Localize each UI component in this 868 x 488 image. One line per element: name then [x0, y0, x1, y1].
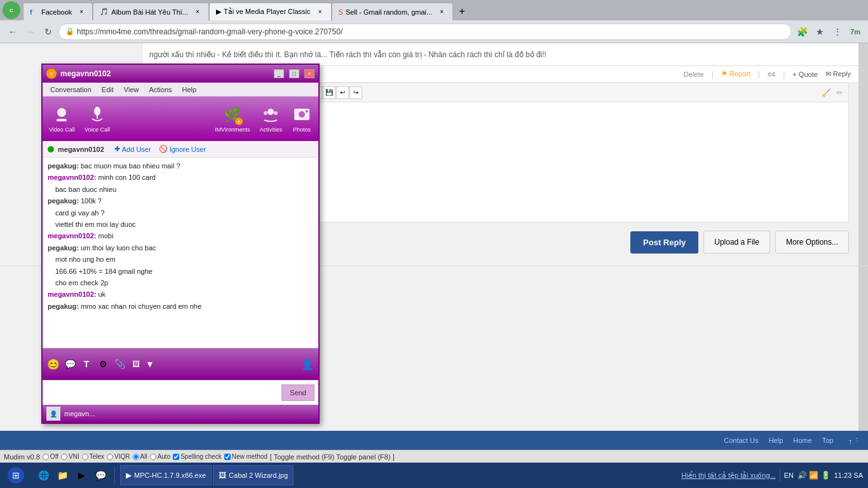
quote-content: người xấu thì nhiều - Kẻ biết điều thì í… [149, 50, 546, 59]
ime-vni-option[interactable]: VNI [61, 453, 79, 460]
post-delete-btn[interactable]: Delete [684, 71, 704, 78]
chat-messages-area[interactable]: pegakug: bac muon mua bao nhieu mail ? m… [43, 158, 318, 348]
chat-maximize-btn[interactable]: □ [289, 69, 299, 78]
clock[interactable]: 11:23 SA [834, 471, 863, 479]
chat-window: Y megavnn0102 _ □ × Conversation Edit Vi… [41, 64, 320, 424]
chat-user-info-icon[interactable]: 👤 [301, 357, 315, 371]
tab-facebook[interactable]: f Facebook × [23, 3, 93, 20]
taskbar-ie-icon[interactable]: 🌐 [34, 466, 52, 484]
tab-facebook-close[interactable]: × [77, 8, 86, 17]
svg-point-0 [57, 108, 66, 117]
photos-label: Photos [293, 126, 311, 133]
address-bar[interactable]: 🔒 https://mmo4me.com/threads/gmail-rando… [58, 24, 792, 40]
chat-menu-edit[interactable]: Edit [97, 85, 119, 95]
chat-menu-help[interactable]: Help [177, 85, 202, 95]
reply-btn[interactable]: ✉ Reply [825, 70, 851, 78]
nav-bar: ← → ↻ 🔒 https://mmo4me.com/threads/gmail… [0, 20, 868, 43]
activities-button[interactable]: Activities [259, 105, 282, 133]
chat-menu-conversation[interactable]: Conversation [45, 85, 97, 95]
chat-nudge-icon[interactable]: 💬 [63, 357, 77, 371]
chat-titlebar: Y megavnn0102 _ □ × [43, 65, 318, 83]
footer-home-link[interactable]: Home [793, 437, 811, 444]
coccoc-badge[interactable]: 7m [848, 28, 863, 36]
svg-text:⊞: ⊞ [12, 470, 20, 480]
chat-menu-bar: Conversation Edit View Actions Help [43, 83, 318, 97]
tab-sell[interactable]: S Sell - Gmail random, gmai... × [332, 3, 454, 20]
chat-menu-view[interactable]: View [119, 85, 144, 95]
chat-attach-icon[interactable]: 📎 [112, 357, 126, 371]
tab-media-player[interactable]: ▶ Tải ve Media Player Classic × [209, 3, 332, 20]
taskbar-explorer-icon[interactable]: 📁 [53, 466, 71, 484]
ime-telex-option[interactable]: Telex [82, 453, 104, 460]
ime-label: Mudim v0.8 [4, 453, 40, 461]
page-scrollbar[interactable] [858, 43, 868, 450]
tab-album-close[interactable]: × [193, 8, 202, 17]
ime-newmethod-checkbox[interactable]: New method [224, 453, 268, 460]
taskbar-items: ▶ MPC-HC.1.7.9.x86.exe 🖼 Cabal 2 Wizard.… [118, 465, 676, 485]
show-downloads-link[interactable]: Hiển thị tất cả tệp tải xuống... [681, 471, 775, 480]
ime-spelling-checkbox[interactable]: Spelling check [173, 453, 221, 460]
ime-auto-option[interactable]: Auto [150, 453, 171, 460]
toolbar-redo-btn[interactable]: ↪ [349, 86, 362, 99]
tab-album[interactable]: 🎵 Album Bài Hát Yêu Thí... × [93, 3, 209, 20]
chat-menu-actions[interactable]: Actions [144, 85, 177, 95]
video-call-button[interactable]: Video Call [49, 105, 75, 133]
chat-close-btn[interactable]: × [304, 69, 315, 78]
extensions-icon[interactable]: 🧩 [794, 24, 810, 39]
tab-media-close[interactable]: × [316, 8, 325, 17]
photos-button[interactable]: Photos [292, 105, 312, 133]
start-button[interactable]: ⊞ [0, 463, 32, 488]
toolbar-save-btn[interactable]: 💾 [323, 86, 336, 99]
taskbar-messenger-icon[interactable]: 💬 [92, 466, 109, 484]
system-tray[interactable]: 🔊 📶 🔋 [797, 471, 831, 480]
chat-message-11: megavnn0102: uk [48, 290, 313, 299]
language-indicator[interactable]: EN [784, 471, 794, 479]
voice-call-button[interactable]: Voice Call [85, 105, 110, 133]
ignore-user-button[interactable]: 🚫 Ignore User [159, 145, 206, 153]
bookmark-icon[interactable]: ★ [812, 24, 827, 39]
imvironments-button[interactable]: 🌿 + IMVironments [215, 105, 250, 133]
toolbar-clear-btn[interactable]: 🧹 [820, 86, 832, 99]
forward-button[interactable]: → [23, 24, 38, 39]
toolbar-undo-btn[interactable]: ↩ [336, 86, 349, 99]
report-btn[interactable]: ⚑ Report [721, 70, 750, 78]
quote-btn[interactable]: + Quote [792, 71, 817, 78]
taskbar-item-mpc[interactable]: ▶ MPC-HC.1.7.9.x86.exe [120, 465, 212, 485]
tab-sell-close[interactable]: × [437, 8, 446, 17]
taskbar-cabal-icon: 🖼 [219, 471, 226, 480]
chat-more-btn[interactable]: ▼ [146, 359, 154, 369]
reload-button[interactable]: ↻ [41, 24, 56, 39]
ime-viqr-option[interactable]: VIQR [107, 453, 130, 460]
toolbar-fullscreen-btn[interactable]: ✏ [833, 86, 846, 99]
footer-contact-link[interactable]: Contact Us [724, 437, 758, 444]
scroll-up-button[interactable]: ↑ [843, 435, 857, 449]
chat-text-input[interactable] [46, 383, 281, 402]
svg-point-4 [268, 109, 274, 115]
footer-help-link[interactable]: Help [769, 437, 783, 444]
nav-more-icon[interactable]: ⋮ [830, 24, 845, 39]
back-button[interactable]: ← [5, 24, 20, 39]
upload-file-button[interactable]: Upload a File [703, 231, 770, 254]
chat-font-icon[interactable]: T [79, 357, 93, 371]
chat-settings-icon[interactable]: ⚙ [96, 357, 110, 371]
chat-minimize-btn[interactable]: _ [274, 69, 284, 78]
chat-send-button[interactable]: Send [281, 384, 315, 401]
chat-photo-icon[interactable]: 🖼 [129, 357, 143, 371]
chat-bottom-bar: 👤 megavn... [43, 405, 318, 423]
taskbar-item-cabal[interactable]: 🖼 Cabal 2 Wizard.jpg [213, 465, 294, 485]
ime-all-option[interactable]: All [133, 453, 147, 460]
chat-app-icon: Y [46, 69, 57, 79]
ime-off-option[interactable]: Off [43, 453, 58, 460]
chat-emoji-icon[interactable]: 😊 [46, 357, 60, 371]
new-tab-button[interactable]: + [453, 3, 471, 20]
post-reply-button[interactable]: Post Reply [630, 231, 698, 254]
more-options-button[interactable]: More Options... [775, 231, 849, 254]
tab-media-label: Tải ve Media Player Classic [224, 8, 311, 16]
user-status-dot [48, 146, 54, 152]
add-user-button[interactable]: ✚ Add User [114, 145, 151, 153]
activities-label: Activities [259, 126, 282, 133]
footer-top-link[interactable]: Top [822, 437, 834, 444]
taskbar-mpc-icon: ▶ [126, 471, 132, 480]
chat-message-7: pegakug: um thoi lay luon cho bac [48, 243, 313, 253]
taskbar-media-icon[interactable]: ▶ [72, 466, 90, 484]
